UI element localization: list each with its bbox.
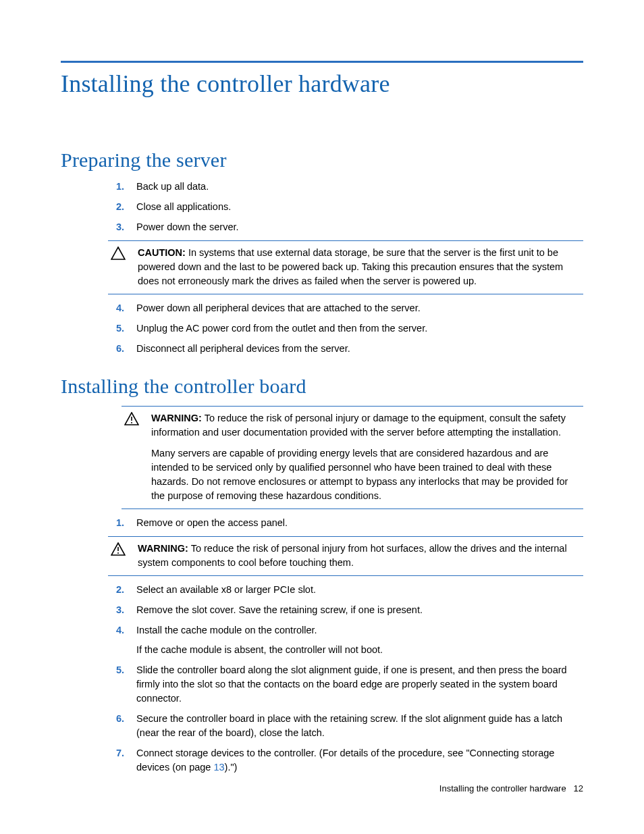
list-number: 6. — [108, 712, 124, 726]
footer-page: 12 — [574, 783, 583, 793]
warning-box: WARNING: To reduce the risk of personal … — [108, 536, 583, 576]
prep-list: 1. Back up all data. 2. Close all applic… — [61, 180, 583, 356]
caution-body: CAUTION: In systems that use external da… — [138, 246, 583, 288]
caution-icon — [108, 246, 128, 260]
section-preparing: Preparing the server 1. Back up all data… — [61, 149, 583, 356]
list-number: 3. — [108, 603, 124, 617]
page-ref-link[interactable]: 13 — [213, 762, 224, 773]
list-number: 6. — [108, 342, 124, 356]
caution-box: CAUTION: In systems that use external da… — [108, 240, 583, 294]
footer-text: Installing the controller hardware — [439, 783, 566, 793]
list-item: 1. Remove or open the access panel. — [108, 516, 583, 530]
top-rule — [61, 61, 583, 63]
list-number: 5. — [108, 663, 124, 677]
svg-point-6 — [117, 552, 119, 554]
svg-point-3 — [131, 422, 132, 423]
section-installing: Installing the controller board WARNING:… — [61, 375, 583, 775]
list-item: 4. Power down all peripheral devices tha… — [108, 301, 583, 315]
list-item: 5. Unplug the AC power cord from the out… — [108, 321, 583, 336]
list-text-part: ).") — [225, 762, 238, 773]
list-item: 7. Connect storage devices to the contro… — [108, 746, 583, 775]
list-item: 2. Close all applications. — [108, 200, 583, 214]
list-text: Disconnect all peripheral devices from t… — [136, 342, 583, 356]
list-text: Power down the server. — [136, 220, 583, 234]
heading-preparing: Preparing the server — [61, 149, 583, 172]
list-text: Connect storage devices to the controlle… — [136, 746, 583, 775]
list-item: 2. Select an available x8 or larger PCIe… — [108, 583, 583, 597]
list-text-part: Connect storage devices to the controlle… — [136, 748, 554, 773]
heading-installing: Installing the controller board — [61, 375, 583, 398]
list-text: Power down all peripheral devices that a… — [136, 301, 583, 315]
list-item: 5. Slide the controller board along the … — [108, 663, 583, 706]
footer: Installing the controller hardware 12 — [439, 783, 583, 793]
list-text: Slide the controller board along the slo… — [136, 663, 583, 706]
list-subtext: If the cache module is absent, the contr… — [136, 643, 583, 657]
list-text: Install the cache module on the controll… — [136, 623, 583, 657]
list-text: Back up all data. — [136, 180, 583, 194]
page-title: Installing the controller hardware — [61, 70, 583, 98]
list-number: 4. — [108, 623, 124, 637]
warning-body: WARNING: To reduce the risk of personal … — [138, 542, 583, 570]
caution-label: CAUTION: — [138, 247, 186, 258]
list-number: 7. — [108, 746, 124, 760]
warning-box: WARNING: To reduce the risk of personal … — [122, 406, 583, 509]
warning-text: To reduce the risk of personal injury fr… — [138, 543, 567, 568]
warning-icon — [108, 542, 128, 556]
list-item: 3. Remove the slot cover. Save the retai… — [108, 603, 583, 617]
list-item: 1. Back up all data. — [108, 180, 583, 194]
warning-icon — [122, 411, 142, 425]
list-text-main: Install the cache module on the controll… — [136, 625, 317, 635]
list-text: Remove or open the access panel. — [136, 516, 583, 530]
caution-text: In systems that use external data storag… — [138, 247, 563, 286]
warning-label: WARNING: — [138, 543, 188, 554]
list-text: Select an available x8 or larger PCIe sl… — [136, 583, 583, 597]
list-number: 2. — [108, 583, 124, 597]
warning-body: WARNING: To reduce the risk of personal … — [151, 411, 583, 503]
list-number: 3. — [108, 220, 124, 234]
list-number: 1. — [108, 180, 124, 194]
warning-text: Many servers are capable of providing en… — [151, 446, 583, 503]
list-text: Secure the controller board in place wit… — [136, 712, 583, 740]
list-item: 4. Install the cache module on the contr… — [108, 623, 583, 657]
list-text: Close all applications. — [136, 200, 583, 214]
list-item: 6. Disconnect all peripheral devices fro… — [108, 342, 583, 356]
list-text: Remove the slot cover. Save the retainin… — [136, 603, 583, 617]
list-item: 3. Power down the server. — [108, 220, 583, 234]
warning-label: WARNING: — [151, 413, 202, 423]
list-number: 5. — [108, 321, 124, 336]
list-number: 2. — [108, 200, 124, 214]
install-list: 1. Remove or open the access panel. WARN… — [61, 516, 583, 775]
warning-text: To reduce the risk of personal injury or… — [151, 413, 566, 438]
list-text: Unplug the AC power cord from the outlet… — [136, 321, 583, 336]
svg-marker-0 — [111, 247, 125, 259]
list-item: 6. Secure the controller board in place … — [108, 712, 583, 740]
list-number: 4. — [108, 301, 124, 315]
list-number: 1. — [108, 516, 124, 530]
